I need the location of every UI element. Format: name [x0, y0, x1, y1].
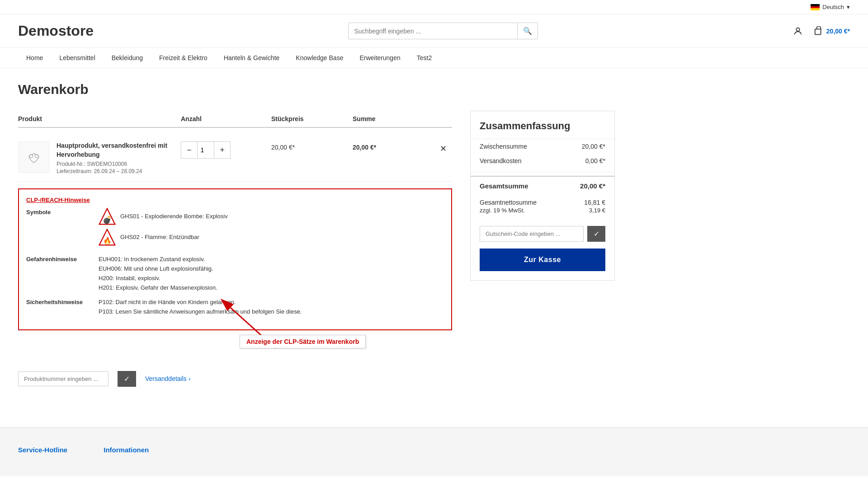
remove-item-button[interactable]: ✕ — [434, 141, 452, 154]
versand-details-link[interactable]: Versanddetails › — [145, 375, 191, 382]
summary-row-zwischensumme: Zwischensumme 20,00 €* — [471, 139, 614, 154]
svg-text:🔥: 🔥 — [103, 236, 112, 245]
product-name: Hauptprodukt, versandkostenfrei mit Herv… — [57, 141, 181, 159]
checkout-button[interactable]: Zur Kasse — [480, 249, 605, 271]
col-product: Produkt — [18, 115, 181, 122]
versandkosten-value: 0,00 €* — [585, 157, 605, 164]
summary-row-netto: Gesamtnettosumme 16,81 € — [471, 193, 614, 206]
versandkosten-label: Versandkosten — [480, 157, 522, 164]
language-selector[interactable]: Deutsch ▾ — [811, 4, 850, 10]
nav-knowledge-base[interactable]: Knowledge Base — [288, 48, 351, 68]
annotation-label: Anzeige der CLP-Sätze im Warenkorb — [240, 335, 366, 348]
voucher-apply-button[interactable]: ✓ — [587, 226, 605, 242]
gesamtsumme-label: Gesamtsumme — [480, 182, 528, 190]
footer: Service-Hotline Informationen — [0, 427, 868, 476]
svg-point-3 — [35, 154, 38, 157]
add-product-button[interactable]: ✓ — [118, 371, 136, 387]
voucher-row: ✓ — [471, 219, 614, 249]
clp-symbole-section: Symbole 💣 GHS01 - Explodierende Bombe: E… — [26, 208, 444, 249]
cart-amount: 20,00 €* — [826, 28, 850, 35]
svg-text:💣: 💣 — [103, 215, 112, 225]
nav-erweiterungen[interactable]: Erweiterungen — [351, 48, 408, 68]
chevron-right-icon: › — [189, 375, 191, 382]
summary-row-tax: zzgl. 19 % MwSt. 3,19 € — [471, 206, 614, 219]
voucher-input[interactable] — [480, 226, 584, 242]
clp-symbole-content: 💣 GHS01 - Explodierende Bombe: Explosiv … — [99, 208, 444, 249]
product-info: Hauptprodukt, versandkostenfrei mit Herv… — [57, 141, 181, 174]
quantity-stepper[interactable]: − + — [181, 141, 231, 159]
qty-decrease-button[interactable]: − — [181, 142, 197, 158]
clp-symbol-row-1: 💣 GHS01 - Explodierende Bombe: Explosiv — [99, 208, 444, 225]
summary-row-gesamtsumme: Gesamtsumme 20,00 €* — [471, 176, 614, 193]
cart-left: Produkt Anzahl Stückpreis Summe — [18, 111, 452, 387]
product-delivery: Lieferzeitraum: 26.09.24 – 28.09.24 — [57, 168, 181, 174]
total-price-cell: 20,00 €* — [353, 141, 434, 151]
search-button[interactable]: 🔍 — [517, 23, 538, 39]
cart-right: Zusammenfassung Zwischensumme 20,00 €* V… — [470, 111, 615, 387]
tax-value: 3,19 € — [589, 207, 605, 214]
main-nav: Home Lebensmittel Bekleidung Freizeit & … — [0, 47, 868, 68]
list-item: EUH006: Mit und ohne Luft explosionsfähi… — [99, 264, 444, 274]
col-total: Summe — [353, 115, 434, 122]
nav-bekleidung[interactable]: Bekleidung — [104, 48, 151, 68]
ghs02-icon: 🔥 — [99, 229, 116, 246]
product-number-input[interactable] — [18, 371, 108, 386]
col-unit-price: Stückpreis — [271, 115, 353, 122]
cart-table-header: Produkt Anzahl Stückpreis Summe — [18, 111, 452, 128]
qty-increase-button[interactable]: + — [214, 142, 230, 158]
clp-gefahren-content: EUH001: In trockenem Zustand explosiv. E… — [99, 255, 444, 292]
nav-home[interactable]: Home — [18, 48, 51, 68]
footer-col-2-title: Informationen — [104, 446, 149, 454]
summary-row-versandkosten: Versandkosten 0,00 €* — [471, 154, 614, 168]
footer-col-1: Service-Hotline — [18, 446, 67, 458]
page-title: Warenkorb — [18, 82, 615, 97]
list-item: H201: Explosiv, Gefahr der Massenexplosi… — [99, 283, 444, 293]
product-cell: Hauptprodukt, versandkostenfrei mit Herv… — [18, 141, 181, 174]
main-content: Warenkorb Produkt Anzahl Stückpreis Summ… — [0, 68, 633, 400]
col-remove — [434, 115, 452, 122]
svg-point-0 — [796, 28, 799, 31]
nav-hanteln[interactable]: Hanteln & Gewichte — [216, 48, 288, 68]
unit-price-cell: 20,00 €* — [271, 141, 353, 151]
list-item: EUH001: In trockenem Zustand explosiv. — [99, 255, 444, 264]
footer-columns: Service-Hotline Informationen — [18, 446, 850, 458]
clp-gefahren-section: Gefahrenhinweise EUH001: In trockenem Zu… — [26, 255, 444, 292]
quantity-cell: − + — [181, 141, 271, 159]
nav-lebensmittel[interactable]: Lebensmittel — [51, 48, 103, 68]
account-icon[interactable] — [793, 26, 803, 36]
table-row: Hauptprodukt, versandkostenfrei mit Herv… — [18, 135, 452, 182]
cart-icon[interactable]: 20,00 €* — [814, 26, 850, 36]
cart-container: Produkt Anzahl Stückpreis Summe — [18, 111, 615, 387]
annotation-area: Anzeige der CLP-Sätze im Warenkorb — [18, 330, 452, 366]
ghs02-label: GHS02 - Flamme: Entzündbar — [120, 233, 199, 242]
netto-label: Gesamtnettosumme — [480, 199, 537, 206]
nav-test2[interactable]: Test2 — [409, 48, 440, 68]
product-number: Produkt-Nr.: SWDEMO10006 — [57, 161, 181, 167]
header-icons: 20,00 €* — [793, 26, 850, 36]
logo[interactable]: Demostore — [18, 23, 94, 39]
search-bar: 🔍 — [348, 23, 538, 39]
summary-divider — [471, 172, 614, 172]
svg-rect-1 — [815, 29, 821, 34]
summary-box: Zusammenfassung Zwischensumme 20,00 €* V… — [470, 111, 615, 281]
versand-label: Versanddetails — [145, 375, 187, 382]
search-input[interactable] — [349, 24, 517, 38]
ghs01-icon: 💣 — [99, 208, 116, 225]
clp-title: CLP-/REACH-Hinweise — [26, 197, 444, 203]
top-bar: Deutsch ▾ — [0, 0, 868, 14]
clp-gefahren-label: Gefahrenhinweise — [26, 255, 99, 292]
flag-icon — [811, 4, 820, 10]
chevron-down-icon: ▾ — [847, 4, 850, 10]
qty-input[interactable] — [197, 142, 214, 158]
summary-title: Zusammenfassung — [471, 111, 614, 139]
clp-sicherheit-label: Sicherheitshinweise — [26, 298, 99, 317]
cart-bottom: ✓ Versanddetails › — [18, 371, 452, 387]
footer-col-2: Informationen — [104, 446, 149, 458]
zwischensumme-value: 20,00 €* — [582, 143, 605, 150]
product-img-icon — [24, 147, 44, 168]
logo-bold: Demo — [18, 23, 58, 39]
language-label: Deutsch — [822, 4, 844, 10]
nav-freizeit[interactable]: Freizeit & Elektro — [151, 48, 216, 68]
gesamtsumme-value: 20,00 €* — [580, 182, 605, 190]
list-item: H200: Instabil, explosiv. — [99, 274, 444, 283]
